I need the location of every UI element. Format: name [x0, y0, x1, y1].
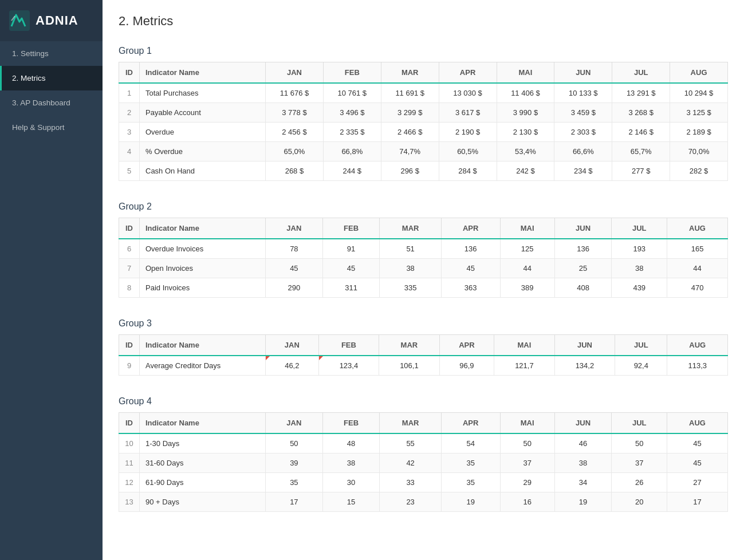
- cell-apr: 54: [441, 433, 500, 453]
- cell-jul: 277 $: [612, 161, 670, 181]
- cell-aug: 27: [667, 473, 728, 492]
- cell-feb: 311: [322, 278, 380, 298]
- cell-apr: 35: [441, 473, 500, 492]
- cell-apr: 363: [441, 278, 500, 298]
- cell-jan: 3 778 $: [266, 103, 324, 123]
- col-header-jun: JUN: [554, 62, 612, 84]
- col-header-mai: MAI: [500, 218, 554, 239]
- table-row: 1261-90 Days3530333529342627: [119, 473, 728, 492]
- indicator-name: % Overdue: [140, 142, 266, 161]
- cell-jun: 19: [554, 492, 612, 512]
- cell-aug: 44: [667, 259, 728, 278]
- row-id: 5: [119, 161, 140, 181]
- col-header-indicator name: Indicator Name: [140, 218, 266, 239]
- row-id: 7: [119, 259, 140, 278]
- cell-jan: 39: [266, 453, 323, 473]
- indicator-name: Payable Account: [140, 103, 266, 123]
- cell-jan: 11 676 $: [266, 83, 324, 103]
- cell-jul: 20: [612, 492, 667, 512]
- col-header-aug: AUG: [667, 413, 728, 434]
- cell-jun: 46: [554, 433, 612, 453]
- table-row: 101-30 Days5048555450465045: [119, 433, 728, 453]
- main-content: 2. Metrics Group 1IDIndicator NameJANFEB…: [103, 0, 744, 560]
- group-title-group1: Group 1: [119, 46, 728, 56]
- cell-feb: 123,4: [318, 356, 379, 376]
- cell-feb: 48: [322, 433, 380, 453]
- cell-mai: 242 $: [497, 161, 554, 181]
- col-header-mar: MAR: [379, 335, 440, 356]
- table-row: 3Overdue2 456 $2 335 $2 466 $2 190 $2 13…: [119, 123, 728, 142]
- cell-jan: 290: [266, 278, 323, 298]
- cell-jun: 2 303 $: [554, 123, 612, 142]
- cell-jul: 193: [612, 239, 667, 259]
- col-header-id: ID: [119, 218, 140, 239]
- cell-aug: 2 189 $: [670, 123, 728, 142]
- cell-feb: 30: [322, 473, 380, 492]
- group-title-group2: Group 2: [119, 202, 728, 212]
- cell-jun: 408: [554, 278, 612, 298]
- group-section-group2: Group 2IDIndicator NameJANFEBMARAPRMAIJU…: [119, 202, 728, 298]
- sidebar-item-metrics[interactable]: 2. Metrics: [0, 66, 103, 90]
- cell-apr: 60,5%: [439, 142, 497, 161]
- col-header-mai: MAI: [497, 62, 554, 84]
- table-row: 2Payable Account3 778 $3 496 $3 299 $3 6…: [119, 103, 728, 123]
- cell-mai: 3 990 $: [497, 103, 554, 123]
- cell-feb: 38: [322, 453, 380, 473]
- cell-mar: 33: [380, 473, 441, 492]
- cell-mar: 2 466 $: [381, 123, 439, 142]
- group-section-group1: Group 1IDIndicator NameJANFEBMARAPRMAIJU…: [119, 46, 728, 181]
- table-group4: IDIndicator NameJANFEBMARAPRMAIJUNJULAUG…: [119, 412, 728, 512]
- logo-text: ADNIA: [36, 13, 78, 28]
- col-header-jan: JAN: [266, 413, 323, 434]
- cell-mai: 2 130 $: [497, 123, 554, 142]
- cell-mar: 74,7%: [381, 142, 439, 161]
- cell-feb: 66,8%: [323, 142, 381, 161]
- sidebar-item-ap-dashboard[interactable]: 3. AP Dashboard: [0, 90, 103, 115]
- table-group1: IDIndicator NameJANFEBMARAPRMAIJUNJULAUG…: [119, 62, 728, 181]
- indicator-name: Open Invoices: [140, 259, 266, 278]
- cell-jul: 13 291 $: [612, 83, 670, 103]
- cell-aug: 10 294 $: [670, 83, 728, 103]
- cell-jun: 25: [554, 259, 612, 278]
- group-title-group4: Group 4: [119, 396, 728, 407]
- cell-mar: 3 299 $: [381, 103, 439, 123]
- cell-jan: 45: [266, 259, 323, 278]
- col-header-indicator name: Indicator Name: [140, 413, 266, 434]
- indicator-name: Paid Invoices: [140, 278, 266, 298]
- cell-jul: 37: [612, 453, 667, 473]
- cell-mai: 29: [500, 473, 554, 492]
- indicator-name: Total Purchases: [140, 83, 266, 103]
- logo-icon: [9, 10, 30, 31]
- cell-mai: 125: [500, 239, 554, 259]
- col-header-jan: JAN: [266, 335, 319, 356]
- cell-mar: 51: [380, 239, 441, 259]
- col-header-id: ID: [119, 335, 140, 356]
- cell-jul: 2 146 $: [612, 123, 670, 142]
- sidebar-item-help-support[interactable]: Help & Support: [0, 115, 103, 140]
- col-header-feb: FEB: [322, 413, 380, 434]
- cell-apr: 3 617 $: [439, 103, 497, 123]
- cell-apr: 2 190 $: [439, 123, 497, 142]
- cell-jun: 34: [554, 473, 612, 492]
- cell-jun: 234 $: [554, 161, 612, 181]
- row-id: 2: [119, 103, 140, 123]
- row-id: 4: [119, 142, 140, 161]
- cell-mar: 106,1: [379, 356, 440, 376]
- cell-jul: 92,4: [615, 356, 667, 376]
- cell-aug: 45: [667, 453, 728, 473]
- col-header-jun: JUN: [554, 413, 612, 434]
- sidebar-item-settings[interactable]: 1. Settings: [0, 41, 103, 66]
- col-header-jun: JUN: [554, 335, 615, 356]
- cell-mai: 37: [500, 453, 554, 473]
- col-header-mai: MAI: [494, 335, 555, 356]
- cell-jul: 38: [612, 259, 667, 278]
- indicator-name: 31-60 Days: [140, 453, 266, 473]
- row-id: 1: [119, 83, 140, 103]
- table-row: 9Average Creditor Days46,2123,4106,196,9…: [119, 356, 728, 376]
- cell-jul: 65,7%: [612, 142, 670, 161]
- cell-jan: 65,0%: [266, 142, 324, 161]
- indicator-name: Overdue Invoices: [140, 239, 266, 259]
- cell-aug: 17: [667, 492, 728, 512]
- col-header-jan: JAN: [266, 62, 324, 84]
- col-header-jul: JUL: [612, 413, 667, 434]
